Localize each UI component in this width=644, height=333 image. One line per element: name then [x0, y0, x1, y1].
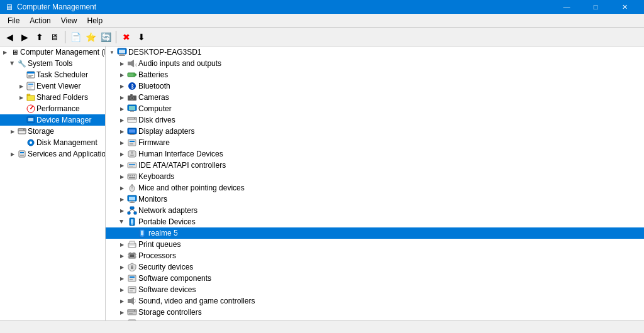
ide-label: IDE ATA/ATAPI controllers	[138, 161, 226, 170]
svg-rect-98	[128, 299, 131, 303]
svg-line-71	[129, 209, 132, 212]
system-devices-label: System devices	[138, 319, 191, 320]
svg-rect-22	[120, 54, 124, 55]
sidebar-item-system-tools[interactable]: ▶ 🔧 System Tools	[0, 58, 105, 69]
tree-root[interactable]: ▶ 🖥 Computer Management (Local)	[0, 46, 105, 58]
storage-controllers-arrow: ▶	[118, 308, 126, 316]
svg-rect-77	[141, 231, 143, 235]
security-arrow: ▶	[118, 263, 126, 271]
display-adapters-icon	[127, 127, 137, 136]
services-label: Services and Applications	[28, 150, 106, 158]
menu-file[interactable]: File	[3, 15, 25, 26]
svg-rect-52	[128, 163, 136, 168]
sidebar-item-shared-folders[interactable]: ▶ Shared Folders	[0, 92, 105, 103]
device-mice[interactable]: ▶ Mice and other pointing devices	[106, 182, 644, 194]
processors-arrow: ▶	[118, 252, 126, 259]
menu-view[interactable]: View	[56, 15, 82, 26]
svg-rect-92	[128, 275, 136, 281]
device-software-devices[interactable]: ▶ Software devices	[106, 284, 644, 295]
sidebar-item-performance[interactable]: ▶ Performance	[0, 103, 105, 114]
storage-controllers-label: Storage controllers	[138, 308, 202, 317]
svg-rect-18	[20, 152, 24, 153]
device-audio[interactable]: ▶ )))) Audio inputs and outputs	[106, 58, 644, 69]
disk-mgmt-icon	[26, 138, 35, 147]
device-keyboards[interactable]: ▶ Keyboards	[106, 171, 644, 182]
device-processors[interactable]: ▶ Processors	[106, 250, 644, 261]
system-tools-label: System Tools	[28, 59, 72, 68]
svg-rect-35	[130, 94, 133, 96]
svg-rect-56	[128, 175, 130, 177]
main-layout: ▶ 🖥 Computer Management (Local) ▶ 🔧 Syst…	[0, 46, 644, 320]
bluetooth-icon: ᛒ	[127, 82, 137, 90]
computer-icon	[127, 104, 137, 113]
disk-drives-label: Disk drives	[138, 116, 175, 124]
svg-rect-21	[119, 50, 125, 53]
event-viewer-icon	[26, 82, 35, 90]
device-ide[interactable]: ▶ IDE ATA/ATAPI controllers	[106, 160, 644, 171]
shared-folders-icon	[26, 93, 35, 102]
menu-help[interactable]: Help	[82, 15, 108, 26]
sound-video-arrow: ▶	[118, 297, 126, 305]
display-adapters-arrow: ▶	[118, 128, 126, 135]
device-portable[interactable]: ▶ Portable Devices	[106, 216, 644, 227]
svg-rect-51	[130, 155, 134, 156]
device-disk-drives[interactable]: ▶ Disk drives	[106, 114, 644, 126]
device-hid[interactable]: ▶ Human Interface Devices	[106, 148, 644, 160]
up-button[interactable]: ⬆	[33, 30, 47, 44]
device-realme5[interactable]: ▶ realme 5	[106, 227, 644, 239]
device-computer[interactable]: ▶ Computer	[106, 103, 644, 114]
cameras-icon	[127, 93, 137, 102]
close-button[interactable]: ✕	[610, 0, 639, 14]
device-security[interactable]: ▶ Security devices	[106, 261, 644, 273]
new-window[interactable]: 📄	[69, 30, 82, 44]
properties[interactable]: ⭐	[84, 30, 97, 44]
sidebar-item-services-apps[interactable]: ▶ Services and Applications	[0, 148, 105, 160]
menu-action[interactable]: Action	[25, 15, 55, 26]
device-monitors[interactable]: ▶ Monitors	[106, 194, 644, 205]
device-firmware[interactable]: ▶ Firmware	[106, 137, 644, 148]
svg-point-63	[131, 184, 133, 185]
batteries-arrow: ▶	[118, 71, 126, 79]
delete-btn[interactable]: ✖	[119, 30, 133, 44]
sidebar-item-storage[interactable]: ▶ Storage	[0, 126, 105, 137]
device-display-adapters[interactable]: ▶ Display adapters	[106, 126, 644, 137]
device-cameras[interactable]: ▶ Cameras	[106, 92, 644, 103]
sidebar-item-event-viewer[interactable]: ▶ Event Viewer	[0, 80, 105, 92]
sidebar-item-device-manager[interactable]: ▶ Device Manager	[0, 114, 105, 126]
device-print-queues[interactable]: ▶ Print queues	[106, 239, 644, 250]
minimize-button[interactable]: —	[552, 0, 581, 14]
software-devices-arrow: ▶	[118, 286, 126, 293]
sound-video-icon	[127, 297, 137, 305]
forward-button[interactable]: ▶	[18, 30, 31, 44]
device-system-devices[interactable]: ▶ System devices	[106, 318, 644, 320]
device-storage-controllers[interactable]: ▶ Storage controllers	[106, 307, 644, 318]
status-bar	[0, 320, 644, 333]
keyboards-label: Keyboards	[138, 172, 174, 181]
properties-btn[interactable]: ⬇	[135, 30, 148, 44]
device-software-components[interactable]: ▶ Software components	[106, 273, 644, 284]
svg-text:)))): ))))	[135, 63, 137, 67]
sidebar-item-task-scheduler[interactable]: ▶ Task Scheduler	[0, 69, 105, 80]
display-adapters-label: Display adapters	[138, 127, 194, 136]
refresh[interactable]: 🔄	[99, 30, 113, 44]
maximize-button[interactable]: □	[581, 0, 610, 14]
event-viewer-arrow: ▶	[18, 82, 25, 90]
svg-text:ᛒ: ᛒ	[131, 84, 134, 90]
device-bluetooth[interactable]: ▶ ᛒ Bluetooth	[106, 80, 644, 92]
right-panel: ▼ DESKTOP-EAG3SD1 ▶ )))) Audio inputs an…	[106, 46, 644, 320]
menu-bar: File Action View Help	[0, 14, 644, 28]
sidebar-item-disk-management[interactable]: ▶ Disk Management	[0, 137, 105, 148]
root-computer-icon	[117, 48, 127, 57]
disk-drives-arrow: ▶	[118, 116, 126, 124]
back-button[interactable]: ◀	[3, 30, 16, 44]
device-root[interactable]: ▼ DESKTOP-EAG3SD1	[106, 46, 644, 58]
device-sound-video[interactable]: ▶ Sound, video and game controllers	[106, 295, 644, 307]
show-hide-console[interactable]: 🖥	[48, 30, 62, 44]
svg-rect-68	[130, 207, 134, 209]
device-network[interactable]: ▶ Network adapters	[106, 205, 644, 216]
mice-label: Mice and other pointing devices	[138, 183, 245, 192]
separator-1	[65, 31, 65, 43]
mice-arrow: ▶	[118, 184, 126, 192]
shared-folders-arrow: ▶	[18, 94, 25, 101]
device-batteries[interactable]: ▶ Batteries	[106, 69, 644, 80]
